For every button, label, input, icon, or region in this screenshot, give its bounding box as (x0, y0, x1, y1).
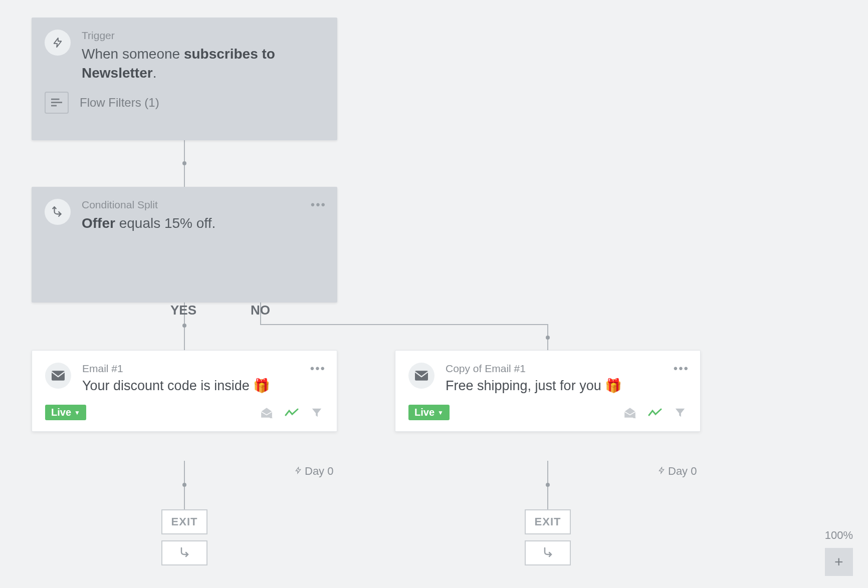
mail-open-icon[interactable] (260, 407, 274, 419)
exit-button[interactable]: EXIT (161, 509, 207, 534)
bolt-icon (658, 465, 665, 478)
zoom-controls: 100% + (825, 529, 853, 576)
svg-point-1 (182, 324, 186, 328)
flow-canvas[interactable]: Trigger When someone subscribes to Newsl… (0, 0, 868, 588)
filter-list-icon (45, 92, 69, 114)
exit-button[interactable]: EXIT (525, 509, 571, 534)
day-label-1: Day 0 (295, 465, 333, 478)
more-menu-icon[interactable]: ••• (311, 198, 326, 212)
svg-rect-5 (51, 98, 60, 100)
branch-out-button[interactable] (525, 540, 571, 565)
branch-icon (542, 546, 554, 560)
status-badge[interactable]: Live▼ (408, 405, 450, 420)
branch-out-button[interactable] (161, 540, 207, 565)
zoom-level-label: 100% (825, 529, 853, 542)
trigger-description: When someone subscribes to Newsletter. (82, 45, 324, 83)
svg-rect-9 (415, 371, 428, 381)
svg-point-0 (182, 161, 186, 165)
branch-icon (178, 546, 190, 560)
analytics-icon[interactable] (648, 407, 662, 419)
split-label: Conditional Split (82, 199, 324, 211)
flow-filters-row[interactable]: Flow Filters (1) (32, 92, 337, 127)
svg-rect-6 (51, 102, 62, 103)
email-2-label: Copy of Email #1 (446, 363, 687, 375)
zoom-in-button[interactable]: + (825, 548, 853, 576)
bolt-icon (295, 465, 302, 478)
conditional-split-node[interactable]: Conditional Split Offer equals 15% off. … (32, 187, 337, 303)
svg-point-2 (546, 336, 550, 340)
split-description: Offer equals 15% off. (82, 214, 324, 233)
funnel-icon[interactable] (310, 407, 324, 419)
email-2-subject: Free shipping, just for you 🎁 (446, 378, 687, 394)
email-node-1[interactable]: Email #1 Your discount code is inside 🎁 … (32, 350, 337, 432)
caret-down-icon: ▼ (74, 409, 80, 416)
mail-open-icon[interactable] (623, 407, 637, 419)
bolt-icon (45, 30, 71, 56)
status-badge[interactable]: Live▼ (45, 405, 86, 420)
funnel-icon[interactable] (673, 407, 687, 419)
mail-icon (408, 363, 435, 389)
day-label-2: Day 0 (658, 465, 697, 478)
svg-rect-7 (51, 105, 57, 106)
email-1-label: Email #1 (82, 363, 324, 375)
branch-no-label: NO (251, 303, 270, 318)
more-menu-icon[interactable]: ••• (674, 362, 689, 376)
email-1-subject: Your discount code is inside 🎁 (82, 378, 324, 394)
trigger-node[interactable]: Trigger When someone subscribes to Newsl… (32, 18, 337, 140)
svg-rect-8 (52, 371, 65, 381)
svg-point-3 (182, 483, 186, 487)
flow-filters-label: Flow Filters (1) (80, 96, 159, 110)
analytics-icon[interactable] (285, 407, 299, 419)
email-node-2[interactable]: Copy of Email #1 Free shipping, just for… (395, 350, 701, 432)
split-icon (45, 199, 71, 225)
svg-point-4 (546, 483, 550, 487)
caret-down-icon: ▼ (438, 409, 444, 416)
mail-icon (45, 363, 71, 389)
branch-yes-label: YES (170, 303, 196, 318)
more-menu-icon[interactable]: ••• (310, 362, 326, 376)
trigger-label: Trigger (82, 30, 324, 42)
